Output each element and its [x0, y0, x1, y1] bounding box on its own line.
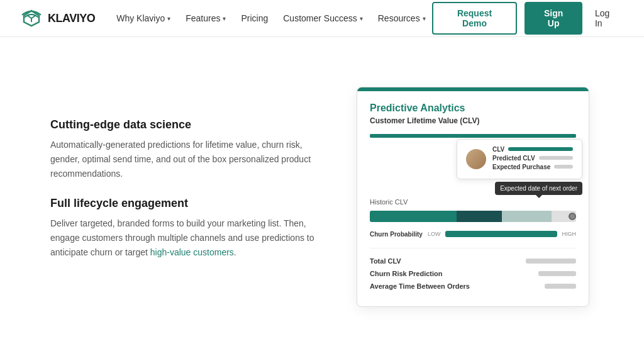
chevron-down-icon: ▾	[167, 15, 170, 22]
clv-progress-bar: Expected date of next order	[370, 211, 576, 222]
section1-text: Automatically-generated predictions for …	[50, 138, 314, 181]
sign-up-button[interactable]: Sign Up	[525, 2, 582, 35]
predicted-clv-bar	[539, 156, 574, 160]
low-label: LOW	[428, 231, 441, 237]
logo-text: KLAVIYO	[48, 12, 95, 25]
profile-data: CLV Predicted CLV Expected Purchase	[492, 146, 573, 172]
clv-row: CLV	[492, 146, 573, 153]
navbar: KLAVIYO Why Klaviyo ▾ Features ▾ Pricing…	[0, 0, 644, 37]
expected-purchase-row: Expected Purchase	[492, 164, 573, 170]
profile-section: CLV Predicted CLV Expected Purchase	[370, 134, 576, 187]
section2-title: Full lifecycle engagement	[50, 197, 314, 210]
clv-fill-empty: Expected date of next order	[552, 211, 576, 222]
logo[interactable]: KLAVIYO	[20, 9, 95, 27]
clv-slider-dot	[569, 213, 576, 220]
stat-bar-avg-time	[545, 284, 576, 289]
stat-bar-total-clv	[526, 259, 576, 264]
stat-row-avg-time: Average Time Between Orders	[370, 282, 576, 290]
predicted-clv-label: Predicted CLV	[492, 155, 535, 162]
churn-bar-wrap	[445, 231, 557, 237]
expected-purchase-bar	[554, 165, 573, 169]
main-content: Cutting-edge data science Automatically-…	[0, 37, 644, 356]
churn-bar	[445, 231, 557, 237]
card-title: Predictive Analytics	[370, 103, 576, 114]
card-divider	[370, 248, 576, 248]
dashboard-card: Predictive Analytics Customer Lifetime V…	[357, 87, 589, 307]
profile-popup: CLV Predicted CLV Expected Purchase	[457, 139, 582, 179]
nav-item-pricing[interactable]: Pricing	[235, 9, 274, 27]
stat-row-churn-risk: Churn Risk Prediction	[370, 270, 576, 277]
stat-row-total-clv: Total CLV	[370, 257, 576, 265]
nav-item-customer-success[interactable]: Customer Success ▾	[277, 9, 369, 27]
section2-text: Deliver targeted, branded forms to build…	[50, 216, 314, 260]
left-column: Cutting-edge data science Automatically-…	[50, 118, 314, 275]
tooltip-expected-date: Expected date of next order	[495, 182, 582, 195]
nav-item-why-klaviyo[interactable]: Why Klaviyo ▾	[110, 9, 177, 27]
churn-probability-label: Churn Probability	[370, 231, 423, 238]
stat-label-avg-time: Average Time Between Orders	[370, 282, 470, 290]
chevron-down-icon: ▾	[360, 15, 363, 22]
chevron-down-icon: ▾	[223, 15, 226, 22]
nav-buttons: Request Demo Sign Up Log In	[432, 2, 624, 35]
nav-menu: Why Klaviyo ▾ Features ▾ Pricing Custome…	[110, 9, 431, 27]
section2-link[interactable]: high-value customers	[150, 247, 234, 257]
avatar-image	[466, 149, 486, 169]
expected-purchase-label: Expected Purchase	[492, 164, 550, 170]
stat-bar-churn-risk	[538, 271, 576, 276]
stat-label-churn-risk: Churn Risk Prediction	[370, 270, 443, 277]
nav-item-resources[interactable]: Resources ▾	[372, 9, 432, 27]
klaviyo-logo-icon	[20, 9, 43, 27]
right-column: Predictive Analytics Customer Lifetime V…	[352, 87, 594, 307]
bottom-stats: Total CLV Churn Risk Prediction Average …	[370, 257, 576, 290]
historic-clv-section: Historic CLV Expected date of next order	[370, 198, 576, 222]
profile-top-bar	[370, 134, 576, 138]
nav-item-features[interactable]: Features ▾	[179, 9, 232, 27]
stat-label-total-clv: Total CLV	[370, 257, 401, 265]
chevron-down-icon: ▾	[423, 15, 426, 22]
request-demo-button[interactable]: Request Demo	[432, 2, 518, 35]
card-body: Predictive Analytics Customer Lifetime V…	[357, 91, 589, 306]
clv-fill-light	[502, 211, 552, 222]
clv-progress-row: Expected date of next order	[370, 211, 576, 222]
card-subtitle: Customer Lifetime Value (CLV)	[370, 116, 576, 125]
clv-label: CLV	[492, 146, 504, 153]
churn-probability-section: Churn Probability LOW HIGH	[370, 231, 576, 238]
log-in-button[interactable]: Log In	[590, 4, 624, 32]
clv-fill-dark	[457, 211, 502, 222]
section1-title: Cutting-edge data science	[50, 118, 314, 131]
historic-clv-label: Historic CLV	[370, 198, 576, 206]
high-label: HIGH	[562, 231, 577, 237]
predicted-clv-row: Predicted CLV	[492, 155, 573, 162]
clv-fill-teal	[370, 211, 457, 222]
section2-text-part2: .	[234, 247, 236, 257]
avatar	[466, 149, 486, 169]
clv-bar	[508, 147, 573, 151]
